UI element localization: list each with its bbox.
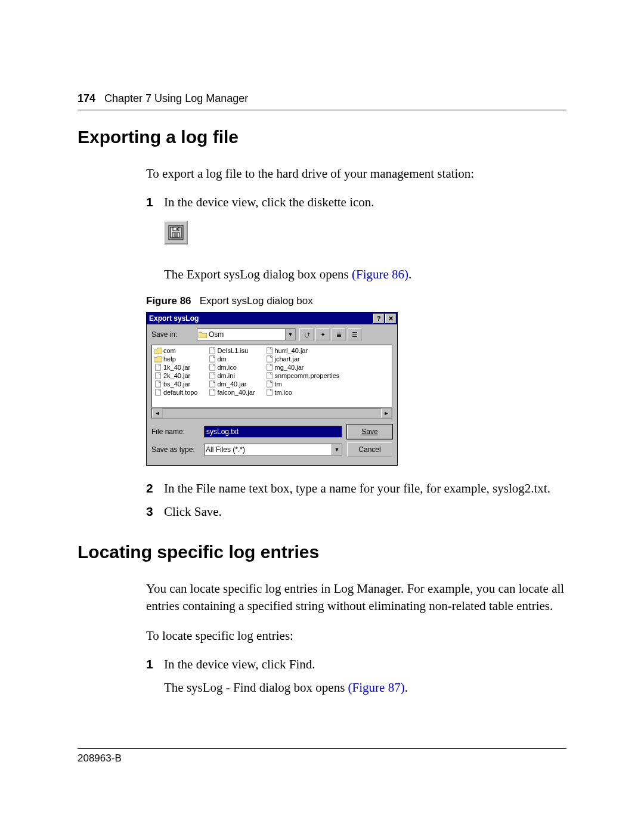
svg-rect-8: [156, 364, 161, 370]
locating-step-1-result-prefix: The sysLog - Find dialog box opens: [164, 680, 348, 695]
file-item[interactable]: dm: [209, 355, 255, 363]
dialog-titlebar: Export sysLog ? ✕: [147, 312, 397, 324]
page-footer: 208963-B: [78, 748, 566, 764]
locating-paragraph-2: To locate specific log entries:: [146, 627, 566, 644]
step-number: 2: [146, 481, 164, 496]
chapter-label: Chapter 7 Using Log Manager: [104, 92, 248, 104]
file-item[interactable]: hurri_40.jar: [266, 347, 340, 354]
file-item[interactable]: DeIsL1.isu: [209, 347, 255, 354]
help-button[interactable]: ?: [373, 314, 384, 323]
save-in-value: Osm: [209, 330, 224, 339]
file-item[interactable]: dm_40.jar: [209, 380, 255, 388]
file-item[interactable]: default.topo: [154, 389, 198, 396]
svg-rect-18: [267, 348, 272, 354]
step-number: 1: [146, 657, 164, 695]
svg-rect-20: [267, 364, 272, 370]
svg-rect-16: [209, 381, 215, 387]
file-name-label: File name:: [151, 428, 199, 436]
cancel-button[interactable]: Cancel: [347, 442, 392, 457]
file-item[interactable]: falcon_40.jar: [209, 389, 255, 396]
svg-rect-14: [209, 364, 215, 370]
file-item[interactable]: 2k_40.jar: [154, 372, 198, 379]
diskette-icon-button: [164, 221, 188, 244]
figure-87-link[interactable]: (Figure 87): [348, 680, 405, 695]
close-button[interactable]: ✕: [385, 314, 396, 323]
folder-open-icon: [199, 331, 207, 338]
file-item[interactable]: dm.ico: [209, 364, 255, 371]
intro-paragraph: To export a log file to the hard drive o…: [146, 165, 566, 182]
svg-rect-22: [267, 381, 272, 387]
document-id: 208963-B: [78, 753, 122, 764]
details-view-button[interactable]: ☰: [348, 328, 362, 341]
save-in-combo[interactable]: Osm ▼: [197, 329, 296, 340]
section-heading-exporting: Exporting a log file: [78, 127, 566, 147]
figure-caption: Figure 86 Export sysLog dialog box: [146, 295, 566, 307]
locating-step-1-result-suffix: .: [405, 680, 408, 695]
file-item[interactable]: com: [154, 347, 198, 354]
file-item[interactable]: tm.ico: [266, 389, 340, 396]
svg-rect-21: [267, 373, 272, 379]
svg-rect-2: [173, 227, 179, 231]
save-button-label: Save: [361, 428, 377, 436]
svg-rect-12: [209, 348, 215, 354]
step-number: 3: [146, 504, 164, 519]
file-item[interactable]: bs_40.jar: [154, 380, 198, 388]
create-new-folder-button[interactable]: ✦: [315, 328, 330, 341]
locating-step-1-text: In the device view, click Find.: [164, 657, 315, 671]
chevron-down-icon[interactable]: ▼: [285, 329, 295, 340]
step-1-result-suffix: .: [408, 267, 411, 281]
svg-rect-15: [209, 373, 215, 379]
svg-rect-19: [267, 356, 272, 362]
list-view-button[interactable]: ≣: [332, 328, 346, 341]
save-button[interactable]: Save: [347, 425, 392, 439]
step-1-result-prefix: The Export sysLog dialog box opens: [164, 267, 352, 281]
scroll-right-icon[interactable]: ►: [381, 408, 392, 418]
up-one-level-button[interactable]: ⮍: [299, 328, 314, 341]
file-name-value: sysLog.txt: [206, 428, 239, 436]
step-2-text: In the File name text box, type a name f…: [164, 481, 550, 496]
file-item[interactable]: mg_40.jar: [266, 364, 340, 371]
svg-rect-17: [209, 389, 215, 395]
save-as-type-combo[interactable]: All Files (*.*) ▼: [204, 444, 342, 456]
save-as-type-label: Save as type:: [151, 445, 199, 454]
chevron-down-icon[interactable]: ▼: [332, 444, 342, 455]
file-item[interactable]: jchart.jar: [266, 355, 340, 363]
step-1-text: In the device view, click the diskette i…: [164, 195, 374, 209]
locating-paragraph-1: You can locate specific log entries in L…: [146, 580, 566, 614]
figure-label: Figure 86: [146, 295, 191, 306]
figure-caption-text: Export sysLog dialog box: [200, 295, 313, 306]
dialog-title: Export sysLog: [149, 314, 372, 323]
svg-rect-10: [156, 381, 161, 387]
export-syslog-dialog: Export sysLog ? ✕ Save in: Osm ▼ ⮍ ✦ ≣: [146, 312, 398, 466]
file-item[interactable]: dm.ini: [209, 372, 255, 379]
svg-rect-23: [267, 389, 272, 395]
file-item[interactable]: help: [154, 355, 198, 363]
file-item[interactable]: tm: [266, 380, 340, 388]
section-heading-locating: Locating specific log entries: [78, 542, 566, 562]
file-name-input[interactable]: sysLog.txt: [204, 426, 342, 438]
save-in-label: Save in:: [151, 330, 193, 339]
svg-rect-9: [156, 373, 161, 379]
scroll-left-icon[interactable]: ◄: [152, 408, 163, 418]
running-header: 174 Chapter 7 Using Log Manager: [78, 92, 566, 110]
save-as-type-value: All Files (*.*): [206, 445, 245, 454]
page-number: 174: [78, 92, 95, 104]
svg-rect-13: [209, 356, 215, 362]
svg-rect-3: [177, 228, 178, 230]
figure-86-link[interactable]: (Figure 86): [352, 267, 408, 281]
svg-rect-11: [156, 389, 161, 395]
file-item[interactable]: snmpcomm.properties: [266, 372, 340, 379]
file-list-pane[interactable]: comhelp1k_40.jar2k_40.jarbs_40.jardefaul…: [151, 345, 392, 408]
step-number: 1: [146, 195, 164, 282]
horizontal-scrollbar[interactable]: ◄ ►: [151, 408, 392, 419]
file-item[interactable]: 1k_40.jar: [154, 364, 198, 371]
step-3-text: Click Save.: [164, 504, 222, 519]
